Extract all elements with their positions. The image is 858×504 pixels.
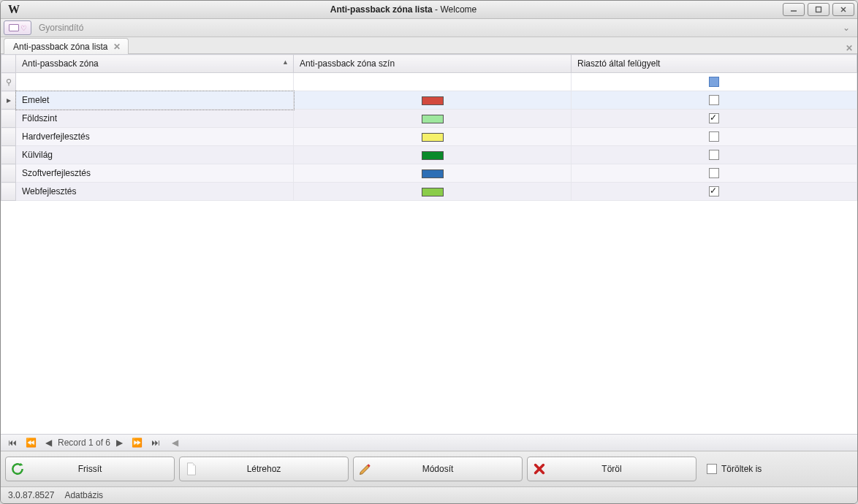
filter-indicator: ⚲ [1, 73, 16, 91]
filter-zone-cell[interactable] [16, 73, 294, 91]
window-title: Anti-passback zóna lista - Welcome [24, 4, 783, 15]
nav-scroll-left-button[interactable]: ◀ [169, 438, 181, 448]
tabstrip-close-all-icon[interactable]: ✕ [846, 43, 853, 53]
close-button[interactable] [832, 3, 854, 16]
cell-alarm[interactable] [572, 91, 857, 110]
table-row[interactable]: Hardverfejlesztés [1, 128, 857, 146]
filter-icon: ⚲ [6, 77, 12, 86]
modify-button[interactable]: Módosít [353, 457, 523, 481]
tab-close-icon[interactable]: ✕ [113, 42, 121, 52]
cell-color [294, 128, 572, 146]
grid-filter-row: ⚲ [1, 73, 857, 91]
new-page-icon [180, 462, 203, 476]
row-indicator [1, 110, 16, 128]
window-title-main: Anti-passback zóna lista [330, 4, 433, 15]
filter-color-cell[interactable] [294, 73, 572, 91]
heart-icon: ♡ [20, 24, 27, 32]
create-button[interactable]: Létrehoz [179, 457, 349, 481]
cell-color [294, 183, 572, 201]
filter-alarm-cell[interactable] [572, 73, 857, 91]
window-buttons [783, 3, 854, 16]
nav-prev-button[interactable]: ◀ [42, 438, 55, 448]
delete-x-icon [528, 462, 551, 476]
pencil-icon [354, 462, 377, 476]
alarm-checkbox[interactable] [709, 131, 719, 142]
cell-zone: Emelet [16, 91, 294, 110]
status-bar: 3.0.87.8527 Adatbázis [1, 486, 857, 503]
modify-label: Módosít [377, 464, 522, 474]
cell-alarm[interactable] [572, 164, 857, 183]
quick-access-button[interactable]: ♡ [4, 20, 31, 35]
grid-header-zone[interactable]: Anti-passback zóna ▲ [16, 55, 294, 73]
nav-prev-page-button[interactable]: ⏪ [23, 438, 39, 448]
table-row[interactable]: Külvilág [1, 146, 857, 164]
color-swatch [422, 115, 444, 123]
delete-button[interactable]: Töröl [527, 457, 696, 481]
tab-anti-passback-list[interactable]: Anti-passback zóna lista ✕ [4, 38, 129, 54]
data-grid[interactable]: Anti-passback zóna ▲ Anti-passback zóna … [1, 54, 857, 201]
deleted-too-option[interactable]: Töröltek is [707, 464, 762, 474]
row-indicator [1, 146, 16, 164]
row-indicator [1, 183, 16, 201]
maximize-button[interactable] [808, 3, 829, 16]
status-db: Adatbázis [64, 490, 103, 500]
refresh-button[interactable]: Frissít [5, 457, 175, 481]
cell-color [294, 110, 572, 128]
cell-alarm[interactable] [572, 183, 857, 201]
quick-launch-label: Gyorsindító [39, 23, 83, 33]
row-indicator [1, 128, 16, 146]
grid-container: Anti-passback zóna ▲ Anti-passback zóna … [1, 54, 857, 434]
cell-alarm[interactable] [572, 110, 857, 128]
cell-zone: Hardverfejlesztés [16, 128, 294, 146]
alarm-checkbox[interactable] [709, 95, 719, 105]
filter-alarm-checkbox[interactable] [709, 77, 719, 87]
grid-header-color[interactable]: Anti-passback zóna szín [294, 55, 572, 73]
create-label: Létrehoz [203, 464, 348, 474]
alarm-checkbox[interactable] [709, 168, 719, 178]
cell-zone: Külvilág [16, 146, 294, 164]
nav-last-button[interactable]: ⏭ [148, 438, 163, 448]
cell-alarm[interactable] [572, 146, 857, 164]
nav-first-button[interactable]: ⏮ [5, 438, 20, 448]
nav-position-label: Record 1 of 6 [58, 438, 110, 448]
grid-header-indicator[interactable] [1, 55, 16, 73]
color-swatch [422, 169, 444, 178]
content-area: Anti-passback zóna ▲ Anti-passback zóna … [1, 54, 857, 451]
cell-zone: Földszint [16, 110, 294, 128]
svg-rect-1 [816, 7, 821, 12]
deleted-too-checkbox[interactable] [707, 464, 717, 474]
layout-icon [9, 24, 19, 31]
deleted-too-label: Töröltek is [721, 464, 762, 474]
tabstrip: Anti-passback zóna lista ✕ ✕ [1, 37, 857, 54]
table-row[interactable]: Webfejlesztés [1, 183, 857, 201]
color-swatch [422, 96, 444, 105]
button-bar: Frissít Létrehoz Módosít Töröl Töröltek … [1, 451, 857, 486]
titlebar: W Anti-passback zóna lista - Welcome [1, 1, 857, 19]
row-indicator: ▸ [1, 91, 16, 110]
cell-zone: Webfejlesztés [16, 183, 294, 201]
tab-label: Anti-passback zóna lista [13, 42, 107, 52]
app-logo: W [4, 3, 24, 16]
grid-header-zone-label: Anti-passback zóna [22, 58, 99, 69]
table-row[interactable]: Szoftverfejlesztés [1, 164, 857, 183]
sort-asc-icon: ▲ [282, 58, 289, 66]
main-window: W Anti-passback zóna lista - Welcome ♡ G… [0, 0, 858, 504]
nav-next-page-button[interactable]: ⏩ [129, 438, 145, 448]
alarm-checkbox[interactable] [709, 113, 719, 123]
status-version: 3.0.87.8527 [8, 490, 54, 500]
minimize-button[interactable] [783, 3, 805, 16]
grid-header-alarm[interactable]: Riasztó által felügyelt [572, 55, 857, 73]
alarm-checkbox[interactable] [709, 150, 719, 160]
color-swatch [422, 133, 444, 142]
refresh-icon [6, 462, 29, 476]
table-row[interactable]: ▸Emelet [1, 91, 857, 110]
cell-color [294, 164, 572, 183]
row-indicator [1, 164, 16, 183]
cell-color [294, 146, 572, 164]
table-row[interactable]: Földszint [1, 110, 857, 128]
cell-alarm[interactable] [572, 128, 857, 146]
grid-header-row: Anti-passback zóna ▲ Anti-passback zóna … [1, 55, 857, 73]
ribbon-expand-icon[interactable]: ⌄ [838, 21, 854, 34]
nav-next-button[interactable]: ▶ [113, 438, 126, 448]
alarm-checkbox[interactable] [709, 186, 719, 196]
